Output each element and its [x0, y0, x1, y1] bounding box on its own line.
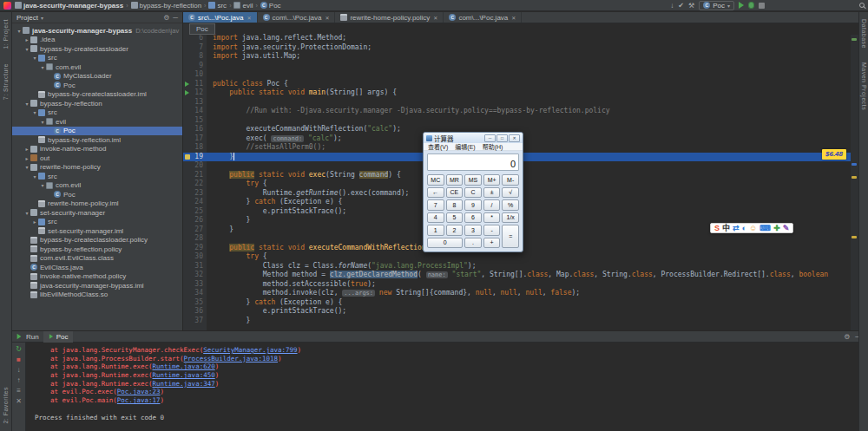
- chinese-mode-icon[interactable]: 中: [722, 224, 730, 232]
- stripe-mark[interactable]: [852, 163, 857, 166]
- calc-key-7[interactable]: 7: [427, 199, 444, 211]
- tree-expand-icon[interactable]: ▾: [31, 55, 38, 61]
- tree-expand-icon[interactable]: ▸: [23, 36, 30, 42]
- gutter-cell[interactable]: 6: [183, 34, 207, 43]
- tree-item-rewrite-home-policy-iml[interactable]: rewrite-home-policy.iml: [12, 199, 182, 209]
- editor-tab-com-poc-java[interactable]: Ccom\...\Poc.java✕: [258, 12, 336, 23]
- calc-key-mr[interactable]: MR: [446, 174, 464, 186]
- vcs-commit-icon[interactable]: ✔: [678, 2, 684, 10]
- tool-button-favorites[interactable]: 2: Favorites: [3, 387, 9, 424]
- stacktrace-link[interactable]: Poc.java:23: [117, 388, 161, 395]
- tree-expand-icon[interactable]: ▸: [31, 219, 38, 225]
- calc-key-minus[interactable]: -: [483, 225, 501, 236]
- tree-expand-icon[interactable]: ▸: [23, 146, 30, 152]
- tree-item-src[interactable]: ▾src: [12, 172, 182, 181]
- gutter-cell[interactable]: 15: [183, 116, 207, 126]
- tree-item-invoke-native-method-policy[interactable]: invoke-native-method.policy: [12, 272, 182, 282]
- tree-expand-icon[interactable]: ▾: [39, 64, 46, 70]
- code-line-32[interactable]: 32 Method method = clz.getDeclaredMethod…: [183, 271, 858, 280]
- tree-item-java-security-manager-bypass-iml[interactable]: java-security-manager-bypass.iml: [12, 281, 182, 291]
- tool-button-database[interactable]: Database: [861, 19, 867, 49]
- breadcrumb-item-java-security-manager-bypass[interactable]: java-security-manager-bypass: [15, 2, 123, 10]
- gutter-cell[interactable]: 30: [183, 252, 207, 262]
- run-configuration-combo[interactable]: C Poc ▾: [699, 1, 734, 10]
- gutter-cell[interactable]: 7: [183, 43, 207, 53]
- calc-key-ce[interactable]: CE: [446, 187, 464, 199]
- calc-key-m-plus[interactable]: M+: [483, 174, 501, 186]
- gutter-cell[interactable]: 18: [183, 143, 207, 153]
- stacktrace-link[interactable]: Runtime.java:620: [152, 362, 214, 370]
- gutter-cell[interactable]: 13: [183, 98, 207, 108]
- calculator-window[interactable]: 计算器 ─□✕ 查看(V)编辑(E)帮助(H) 0 MCMRMSM+M-←CEC…: [423, 132, 523, 252]
- calc-key-m-minus[interactable]: M-: [502, 174, 519, 186]
- stacktrace-link[interactable]: Runtime.java:450: [152, 371, 214, 379]
- editor-tab-rewrite-home-policy-policy[interactable]: rewrite-home-policy.policy✕: [335, 12, 444, 23]
- build-hammer-icon[interactable]: ⚒: [688, 2, 694, 10]
- stripe-mark[interactable]: [852, 38, 857, 41]
- calc-key-multiply[interactable]: *: [483, 212, 501, 224]
- calc-key-mc[interactable]: MC: [427, 174, 444, 186]
- tree-item-out[interactable]: ▸out: [12, 153, 182, 163]
- stop-icon[interactable]: [759, 3, 765, 9]
- calc-key-decimal[interactable]: .: [464, 238, 482, 249]
- tool-button-maven-projects[interactable]: Maven Projects: [861, 62, 867, 110]
- tree-item-evil[interactable]: ▾evil: [12, 117, 182, 127]
- calc-key-backspace[interactable]: ←: [427, 187, 444, 199]
- gutter-cell[interactable]: 24: [183, 198, 207, 207]
- tree-item-libevilmethodclass-so[interactable]: libEvilMethodClass.so: [12, 291, 182, 300]
- scroll-down-icon[interactable]: ↓: [17, 366, 21, 374]
- breadcrumb-item-bypass-by-reflection[interactable]: bypass-by-reflection: [131, 2, 202, 10]
- gutter-cell[interactable]: 33: [183, 280, 207, 290]
- tree-item-poc[interactable]: CPoc: [12, 81, 182, 90]
- tree-expand-icon[interactable]: ▾: [23, 164, 30, 170]
- tree-item-evilclass-java[interactable]: CEvilClass.java: [12, 263, 182, 272]
- gutter-cell[interactable]: 37: [183, 317, 207, 326]
- run-tab-poc[interactable]: Poc: [43, 331, 74, 343]
- clear-console-icon[interactable]: ✕: [16, 397, 22, 405]
- code-line-8[interactable]: 8import java.util.Map;: [183, 52, 858, 62]
- stop-icon[interactable]: ■: [16, 356, 21, 363]
- code-line-37[interactable]: 37 }: [183, 317, 858, 326]
- tree-item-poc[interactable]: CPoc: [12, 190, 182, 199]
- calc-key-2[interactable]: 2: [446, 225, 464, 236]
- code-line-30[interactable]: 30 try {: [183, 252, 858, 262]
- calc-maximize-button[interactable]: □: [496, 134, 508, 142]
- tool-button-structure[interactable]: 7: Structure: [3, 63, 9, 100]
- run-icon[interactable]: [739, 2, 744, 9]
- keyboard-icon[interactable]: ⌨: [760, 224, 771, 232]
- sogou-logo-icon[interactable]: S: [714, 224, 720, 232]
- calc-menu-v[interactable]: 查看(V): [428, 142, 448, 151]
- search-everywhere-icon[interactable]: [859, 3, 865, 8]
- scroll-up-icon[interactable]: ↑: [17, 376, 21, 384]
- code-line-34[interactable]: 34 method.invoke(clz, ...args: new Strin…: [183, 289, 858, 298]
- tree-item-invoke-native-method[interactable]: ▸invoke-native-method: [12, 145, 182, 154]
- breadcrumb-item-evil[interactable]: evil: [233, 2, 253, 10]
- tree-item-bypass-by-createclassloader-policy[interactable]: bypass-by-createclassloader.policy: [12, 236, 182, 245]
- code-line-15[interactable]: 15: [183, 116, 858, 126]
- gutter-cell[interactable]: 36: [183, 307, 207, 317]
- calc-key-6[interactable]: 6: [464, 212, 482, 224]
- calc-key-equals[interactable]: =: [502, 225, 519, 248]
- emoji-icon[interactable]: ☺: [749, 224, 757, 232]
- close-tab-icon[interactable]: ✕: [325, 15, 329, 21]
- hide-panel-icon[interactable]: ─: [173, 14, 178, 22]
- code-line-31[interactable]: 31 Class clz = Class.forName("java.lang.…: [183, 262, 858, 271]
- calc-key-0[interactable]: 0: [427, 238, 463, 249]
- gutter-cell[interactable]: 19: [183, 153, 207, 162]
- calc-key-1[interactable]: 1: [427, 225, 444, 236]
- calc-close-button[interactable]: ✕: [509, 134, 520, 142]
- editor-tab-com-poc-java[interactable]: Ccom\...\Poc.java✕: [444, 12, 522, 23]
- gutter-cell[interactable]: 25: [183, 207, 207, 217]
- debug-icon[interactable]: [748, 2, 754, 9]
- stripe-mark[interactable]: [852, 176, 857, 179]
- tree-expand-icon[interactable]: ▾: [39, 182, 46, 188]
- code-line-7[interactable]: 7import java.security.ProtectionDomain;: [183, 43, 858, 53]
- tree-expand-icon[interactable]: ▾: [31, 109, 38, 115]
- tool-button-project[interactable]: 1: Project: [3, 19, 9, 49]
- vcs-update-icon[interactable]: ↓: [670, 2, 674, 10]
- toolbox-icon[interactable]: ✚: [773, 224, 780, 232]
- calc-key-4[interactable]: 4: [427, 212, 444, 224]
- stacktrace-link[interactable]: Runtime.java:347: [152, 380, 214, 388]
- tree-expand-icon[interactable]: ▾: [16, 28, 23, 34]
- handwriting-icon[interactable]: ✎: [783, 224, 790, 232]
